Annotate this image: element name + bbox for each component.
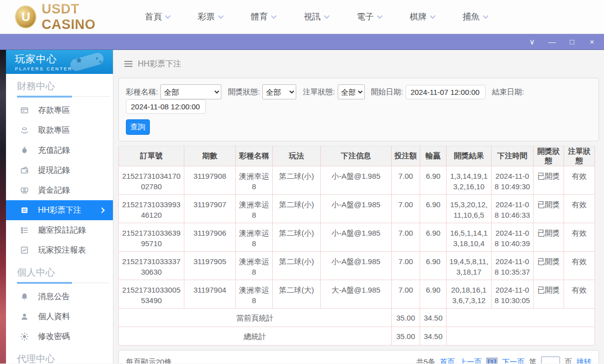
page-number-input[interactable] [541, 357, 560, 364]
total-count-text: 共5条 [416, 358, 435, 364]
recharge-record-icon [20, 146, 29, 155]
cell-bet-info: 小-A盤@1.985 [321, 195, 392, 223]
cell-bet-time: 2024-11-08 10:40:39 [492, 223, 534, 252]
sidebar-item-label: 取款專區 [38, 125, 70, 136]
column-header: 開獎結果 [447, 146, 492, 166]
sidebar-item-label: 個人資料 [38, 312, 70, 322]
table-row: 2152173103417002780 31197908 澳洲幸运8 第二球(小… [119, 166, 595, 195]
cell-order-id: 2152173103363995710 [119, 223, 184, 252]
gamepad-icon [64, 51, 110, 72]
table-body: 2152173103417002780 31197908 澳洲幸运8 第二球(小… [119, 166, 595, 309]
sidebar-menu-item[interactable]: 玩家投注報表 [6, 240, 113, 260]
cell-bet-info: 小-A盤@1.985 [321, 223, 392, 252]
deposit-icon [20, 106, 29, 115]
cell-play-type: 第二球(小) [273, 166, 321, 195]
jump-link[interactable]: 跳转 [577, 358, 592, 364]
cell-order-status: 有效 [564, 252, 595, 280]
sidebar-item-label: 提現記錄 [38, 165, 70, 176]
table-summary: 當前頁統計 35.00 34.50 總統計 35.00 34.50 [119, 309, 595, 346]
close-icon[interactable]: × [588, 38, 596, 45]
cell-win-loss: 6.90 [420, 223, 447, 252]
password-icon [20, 332, 29, 341]
nav-item[interactable]: 電子 [357, 11, 382, 22]
query-button[interactable]: 查詢 [126, 119, 150, 135]
sidebar-menu-item[interactable]: 資金記錄 [6, 180, 113, 200]
cell-bet-amount: 7.00 [392, 280, 420, 309]
sidebar-menu-item[interactable]: 存款專區 [6, 100, 113, 120]
background-image-strip [0, 50, 6, 364]
chevron-down-icon [271, 13, 276, 18]
summary-label: 總統計 [119, 327, 392, 346]
sidebar-menu-item[interactable]: 個人資料 [6, 307, 113, 327]
nav-item[interactable]: 棋牌 [410, 11, 435, 22]
prev-page-link[interactable]: 上一页 [459, 358, 482, 364]
hamburger-menu-icon[interactable] [124, 61, 132, 67]
sidebar-menu-item[interactable]: 消息公告 [6, 287, 113, 307]
nav-item-label: 首頁 [145, 11, 162, 22]
current-page-indicator: [1] [486, 358, 498, 364]
sidebar-menu-item[interactable]: 修改密碼 [6, 327, 113, 347]
sidebar-section-finance: 財務中心 存款專區 取款專區 充值記錄 提現記錄 資金 [6, 74, 113, 260]
sidebar-menu-item[interactable]: 充值記錄 [6, 140, 113, 160]
grand-total-summary-row: 總統計 35.00 34.50 [119, 327, 595, 346]
nav-item-label: 捕魚 [463, 11, 480, 22]
cell-bet-time: 2024-11-08 10:30:05 [492, 280, 534, 309]
chevron-down-icon [430, 13, 435, 18]
cell-bet-info: 大-A盤@1.985 [321, 280, 392, 309]
section-divider [17, 282, 110, 284]
end-date-input[interactable] [126, 99, 206, 114]
sidebar-item-label: 存款專區 [38, 105, 70, 116]
top-bar: U USDT CASINO 首頁 彩票 體育 視訊 電子 棋牌 捕魚 [0, 0, 604, 34]
nav-item[interactable]: 首頁 [145, 11, 170, 22]
sidebar-header: 玩家中心 PLAYERS CENTER [6, 50, 113, 74]
cell-bet-time: 2024-11-08 10:49:30 [492, 166, 534, 195]
summary-bet-total: 35.00 [392, 309, 420, 327]
table-row: 2152173103363995710 31197906 澳洲幸运8 第二球(小… [119, 223, 595, 252]
cell-draw-result: 1,3,14,19,13,2,16,10 [447, 166, 492, 195]
cell-draw-status: 已開獎 [534, 252, 564, 280]
sidebar-menu-item[interactable]: 廳室投註記錄 [6, 220, 113, 240]
cell-win-loss: 6.90 [420, 252, 447, 280]
next-page-link[interactable]: 下一页 [502, 358, 525, 364]
bets-table: 訂單號 期數 彩種名稱 玩法 下注信息 投注額 輸贏 開獎結果 下注時間 開獎狀… [118, 146, 595, 346]
cell-draw-status: 已開獎 [534, 195, 564, 223]
current-page-summary-row: 當前頁統計 35.00 34.50 [119, 309, 595, 327]
first-page-link[interactable]: 首页 [440, 358, 455, 364]
main-content: HH彩票下注 彩種名稱: 全部 開獎狀態: 全部 注單狀態: 全部 開始日期: … [113, 50, 604, 364]
sidebar-menu-item[interactable]: 取款專區 [6, 120, 113, 140]
cell-period: 31197905 [184, 252, 236, 280]
column-header: 投注額 [392, 146, 420, 166]
sidebar-item-label: HH彩票下注 [38, 205, 81, 216]
table-row: 2152173103333730630 31197905 澳洲幸运8 第二球(小… [119, 252, 595, 280]
summary-bet-total: 35.00 [392, 327, 420, 346]
room-bet-record-icon [20, 226, 29, 235]
sidebar-item-label: 玩家投注報表 [38, 245, 86, 256]
column-header: 期數 [184, 146, 236, 166]
nav-item[interactable]: 視訊 [304, 11, 329, 22]
minimize-icon[interactable]: — [548, 38, 556, 45]
window-titlebar: ∨ — □ × [0, 34, 604, 50]
sidebar-menu-item[interactable]: HH彩票下注 [6, 200, 113, 220]
column-header: 下注信息 [321, 146, 392, 166]
nav-item[interactable]: 彩票 [198, 11, 223, 22]
summary-empty-cell [447, 309, 595, 327]
nav-item[interactable]: 捕魚 [463, 11, 488, 22]
cell-bet-info: 小-A盤@1.985 [321, 166, 392, 195]
section-divider [17, 96, 110, 97]
lottery-name-select[interactable]: 全部 [160, 84, 221, 99]
pagination-bar: 每頁顯示20條 共5条 首页 上一页 [1] 下一页 第 页 跳转 [118, 350, 599, 364]
chevron-down-icon [324, 13, 329, 18]
maximize-icon[interactable]: □ [568, 38, 576, 45]
chevron-down-icon [483, 13, 488, 18]
start-date-label: 開始日期: [371, 87, 403, 97]
order-status-select[interactable]: 全部 [338, 84, 365, 99]
summary-label: 當前頁統計 [119, 309, 392, 327]
cell-bet-amount: 7.00 [392, 166, 420, 195]
sidebar-menu-item[interactable]: 提現記錄 [6, 160, 113, 180]
sidebar-item-label: 充值記錄 [38, 145, 70, 156]
collapse-icon[interactable]: ∨ [528, 38, 536, 45]
draw-status-select[interactable]: 全部 [262, 84, 296, 99]
start-date-input[interactable] [406, 85, 486, 99]
nav-item[interactable]: 體育 [251, 11, 276, 22]
draw-status-label: 開獎狀態: [228, 87, 260, 97]
